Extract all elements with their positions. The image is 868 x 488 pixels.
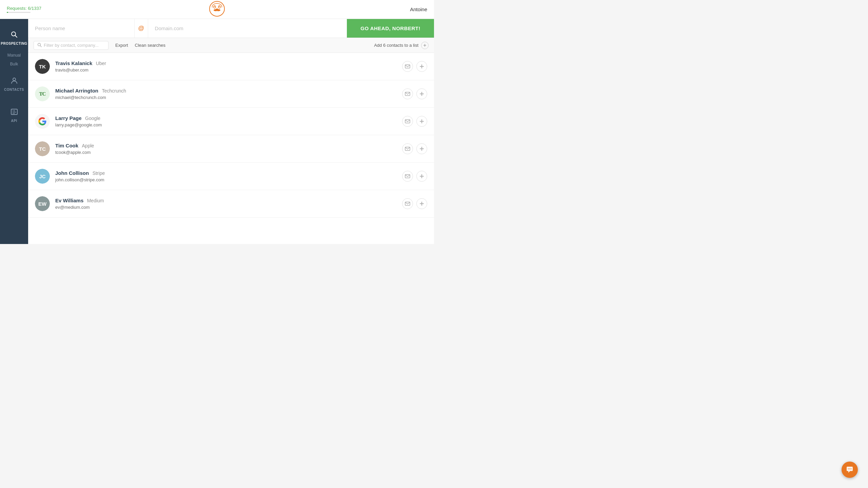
sidebar-item-contacts[interactable]: CONTACTS [0,72,28,96]
add-contacts-plus-button[interactable]: + [421,42,429,49]
contacts-list: TK Travis Kalanick Uber travis@uber.com [28,53,434,244]
requests-badge: Requests: 6/1337 [7,6,41,11]
contact-email: travis@uber.com [55,67,402,73]
search-button[interactable]: GO AHEAD, NORBERT! [347,19,434,38]
svg-point-3 [216,8,218,10]
clean-searches-button[interactable]: Clean searches [135,43,165,48]
sidebar-item-prospecting[interactable]: PROSPECTING [0,26,28,50]
contact-info: Ev Williams Medium ev@medium.com [55,198,402,210]
svg-point-4 [214,6,216,8]
contact-email: larry.page@google.com [55,122,402,127]
contact-actions [402,143,427,154]
sidebar-item-manual[interactable]: Manual [0,50,28,60]
contact-company: Techcrunch [102,88,126,94]
export-button[interactable]: Export [115,43,128,48]
svg-point-5 [218,6,220,8]
contact-avatar: TC [35,141,50,156]
contact-actions [402,88,427,99]
contact-info: Travis Kalanick Uber travis@uber.com [55,60,402,73]
contact-info: Michael Arrington Techcrunch michael@tec… [55,88,402,100]
add-to-list-button[interactable] [416,198,427,209]
contact-actions [402,61,427,72]
contact-avatar: EW [35,196,50,211]
add-to-list-button[interactable] [416,171,427,182]
contact-info: Tim Cook Apple tcook@apple.com [55,143,402,155]
requests-info: Requests: 6/1337 [7,6,41,13]
add-contacts-label-text: Add 6 contacts to a list [374,43,418,48]
sidebar: PROSPECTING Manual Bulk CONTACTS [0,19,28,244]
contact-row: TK Travis Kalanick Uber travis@uber.com [28,53,434,80]
norbert-logo-svg [209,1,225,17]
sidebar-bulk-label: Bulk [10,62,18,66]
contact-row: EW Ev Williams Medium ev@medium.com [28,190,434,218]
contact-company: Google [85,116,100,121]
contact-name: Larry Page [55,115,82,121]
requests-progress-fill [7,12,8,13]
svg-line-7 [15,36,17,38]
contact-avatar: JC [35,169,50,184]
email-action-button[interactable] [402,88,413,99]
contact-avatar: TC [35,86,50,101]
contact-company: Stripe [93,170,105,176]
contact-info: John Collison Stripe john.collison@strip… [55,170,402,182]
person-name-input[interactable] [28,19,134,38]
contact-name: Tim Cook [55,143,78,148]
sidebar-item-api[interactable]: API [0,103,28,127]
top-bar: Requests: 6/1337 Antoine [0,0,434,19]
contact-actions [402,171,427,182]
contact-row: TC Tim Cook Apple tcook@apple.com [28,135,434,163]
contact-email: john.collison@stripe.com [55,177,402,182]
email-action-button[interactable] [402,61,413,72]
contact-avatar [35,114,50,129]
email-action-button[interactable] [402,171,413,182]
email-action-button[interactable] [402,198,413,209]
add-contacts-section: Add 6 contacts to a list + [374,42,429,49]
filter-input[interactable] [44,43,105,48]
contact-name: Ev Williams [55,198,83,203]
user-name: Antoine [410,6,427,12]
svg-line-15 [40,45,42,47]
contact-company: Medium [87,198,104,203]
filter-input-wrap [34,41,108,50]
add-to-list-button[interactable] [416,61,427,72]
domain-input[interactable] [148,19,347,38]
api-icon [10,108,18,118]
contact-row: JC John Collison Stripe john.collison@st… [28,163,434,190]
email-action-button[interactable] [402,143,413,154]
sidebar-contacts-label: CONTACTS [4,88,24,92]
contact-name: Travis Kalanick [55,60,92,66]
main-content: @ GO AHEAD, NORBERT! Export Clean search… [28,19,434,244]
contact-company: Apple [82,143,94,148]
sidebar-prospecting-label: PROSPECTING [1,42,27,45]
search-icon [10,30,18,40]
filter-bar: Export Clean searches Add 6 contacts to … [28,38,434,53]
sidebar-manual-label: Manual [7,53,21,58]
search-bar: @ GO AHEAD, NORBERT! [28,19,434,38]
svg-point-8 [13,78,16,81]
contact-info: Larry Page Google larry.page@google.com [55,115,402,127]
contact-actions [402,198,427,209]
contact-email: ev@medium.com [55,205,402,210]
contact-actions [402,116,427,127]
contact-name: John Collison [55,170,89,176]
contact-email: tcook@apple.com [55,150,402,155]
sidebar-api-label: API [11,119,17,123]
requests-progress-bar [7,12,31,13]
contacts-icon [10,77,18,86]
at-symbol: @ [134,19,148,38]
contact-row: Larry Page Google larry.page@google.com [28,108,434,135]
contact-row: TC Michael Arrington Techcrunch michael@… [28,80,434,108]
add-to-list-button[interactable] [416,143,427,154]
add-to-list-button[interactable] [416,88,427,99]
add-to-list-button[interactable] [416,116,427,127]
sidebar-item-bulk[interactable]: Bulk [0,60,28,72]
contact-company: Uber [96,61,106,66]
contact-avatar: TK [35,59,50,74]
email-action-button[interactable] [402,116,413,127]
contact-name: Michael Arrington [55,88,98,94]
filter-search-icon [37,43,42,48]
app-logo [209,1,225,18]
main-layout: PROSPECTING Manual Bulk CONTACTS [0,19,434,244]
contact-email: michael@techcrunch.com [55,95,402,100]
